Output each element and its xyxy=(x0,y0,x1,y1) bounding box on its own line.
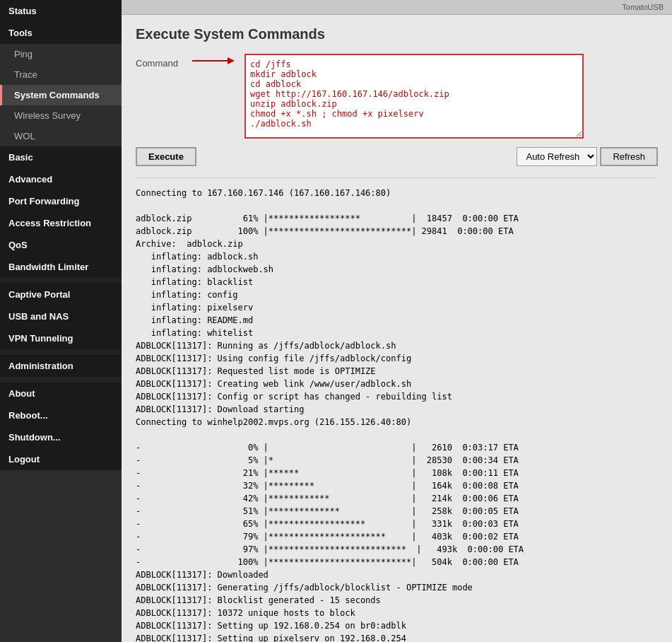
sidebar-header-advanced[interactable]: Advanced xyxy=(0,168,122,190)
arrow-icon xyxy=(192,54,235,68)
page-title: Execute System Commands xyxy=(136,26,658,42)
topbar: TomatoUSB xyxy=(122,0,672,15)
sidebar-header-bandwidth-limiter[interactable]: Bandwidth Limiter xyxy=(0,256,122,278)
auto-refresh-select[interactable]: Auto Refresh5 seconds10 seconds30 second… xyxy=(517,147,597,166)
execute-button[interactable]: Execute xyxy=(136,147,196,166)
sidebar-header-qos[interactable]: QoS xyxy=(0,234,122,256)
sidebar-item-trace[interactable]: Trace xyxy=(0,64,122,85)
sidebar-header-vpn-tunneling[interactable]: VPN Tunneling xyxy=(0,327,122,349)
svg-marker-1 xyxy=(228,57,235,64)
sidebar-item-wireless-survey[interactable]: Wireless Survey xyxy=(0,105,122,126)
sidebar-header-status[interactable]: Status xyxy=(0,0,122,22)
sidebar-header-tools[interactable]: Tools xyxy=(0,22,122,44)
command-label: Command xyxy=(136,54,185,69)
sidebar-header-reboot[interactable]: Reboot... xyxy=(0,404,122,426)
sidebar: StatusToolsPingTraceSystem CommandsWirel… xyxy=(0,0,122,642)
sidebar-divider-div3 xyxy=(0,377,122,383)
sidebar-header-about[interactable]: About xyxy=(0,383,122,404)
sidebar-item-ping[interactable]: Ping xyxy=(0,44,122,64)
sidebar-divider-div1 xyxy=(0,278,122,284)
command-textarea[interactable] xyxy=(244,54,584,139)
sidebar-header-logout[interactable]: Logout xyxy=(0,448,122,470)
sidebar-header-port-forwarding[interactable]: Port Forwarding xyxy=(0,190,122,212)
sidebar-header-captive-portal[interactable]: Captive Portal xyxy=(0,284,122,305)
sidebar-header-usb-nas[interactable]: USB and NAS xyxy=(0,305,122,327)
sidebar-item-system-commands[interactable]: System Commands xyxy=(0,85,122,105)
sidebar-header-basic[interactable]: Basic xyxy=(0,146,122,168)
refresh-button[interactable]: Refresh xyxy=(600,147,658,166)
sidebar-header-access-restriction[interactable]: Access Restriction xyxy=(0,212,122,234)
main-content: TomatoUSB Execute System Commands Comman… xyxy=(122,0,672,642)
sidebar-divider-div2 xyxy=(0,349,122,355)
sidebar-header-shutdown[interactable]: Shutdown... xyxy=(0,426,122,448)
topbar-label: TomatoUSB xyxy=(622,3,664,11)
output-area: Connecting to 167.160.167.146 (167.160.1… xyxy=(136,177,658,642)
sidebar-item-wol[interactable]: WOL xyxy=(0,126,122,146)
sidebar-header-administration[interactable]: Administration xyxy=(0,355,122,377)
